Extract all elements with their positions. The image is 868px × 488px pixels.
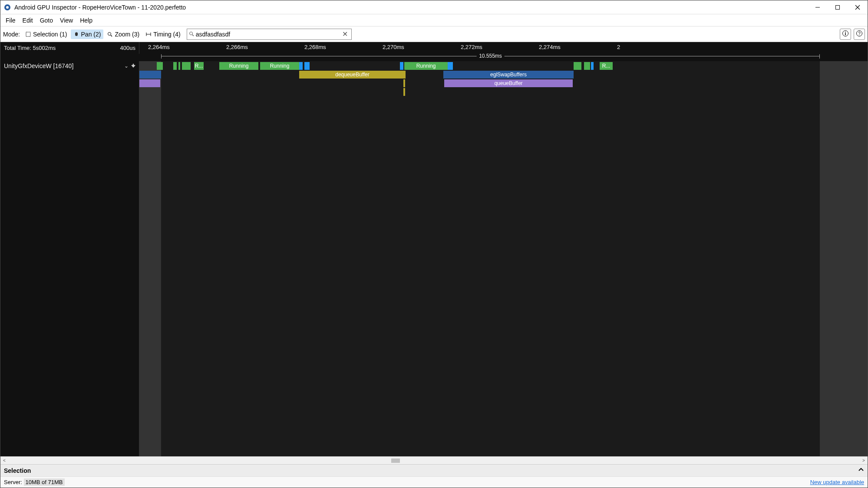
trace-bar-running[interactable] — [574, 62, 581, 70]
statusbar: Server: 10MB of 71MB New update availabl… — [0, 476, 868, 488]
scroll-thumb[interactable] — [391, 459, 400, 463]
trace-bar-running[interactable]: Running — [404, 62, 448, 70]
chevron-up-icon[interactable] — [858, 467, 864, 474]
range-label: 10.555ms — [476, 53, 505, 59]
menu-view[interactable]: View — [56, 15, 76, 26]
trace-bar-running[interactable] — [157, 62, 163, 70]
svg-point-1 — [6, 6, 9, 9]
svg-rect-3 — [836, 5, 840, 9]
titlebar: Android GPU Inspector - RopeHeroViceTown… — [0, 0, 868, 14]
svg-point-12 — [189, 32, 192, 35]
timeline: Total Time: 5s002ms 400us 2,264ms 2,266m… — [0, 42, 868, 456]
menu-goto[interactable]: Goto — [36, 15, 56, 26]
mode-timing-label: Timing (4) — [153, 31, 181, 38]
mode-selection[interactable]: Selection (1) — [23, 29, 70, 39]
toolbar: Mode: Selection (1) Pan (2) Zoom (3) Tim… — [0, 26, 868, 42]
menu-edit[interactable]: Edit — [19, 15, 36, 26]
tick-label: 2,274ms — [539, 44, 561, 50]
trace-bar-running[interactable]: Running — [260, 62, 299, 70]
dim-left — [139, 61, 161, 456]
track-label-row[interactable]: UnityGfxDeviceW [16740] ⌄ — [0, 61, 139, 71]
window-title: Android GPU Inspector - RopeHeroViceTown… — [14, 4, 186, 11]
trace-bar-eglswap[interactable] — [139, 71, 161, 79]
total-time-label: Total Time: 5s002ms — [4, 45, 56, 51]
selection-panel-header[interactable]: Selection — [0, 464, 868, 476]
trace-bar-sleeping[interactable] — [304, 62, 310, 70]
tracks-area[interactable]: R... Running Running Running R... dequeu… — [139, 61, 868, 456]
selection-label: Selection — [4, 467, 31, 474]
maximize-button[interactable] — [828, 0, 848, 14]
update-link[interactable]: New update available — [810, 479, 864, 485]
menubar: File Edit Goto View Help — [0, 14, 868, 26]
mode-label: Mode: — [3, 31, 22, 38]
hand-icon — [73, 31, 79, 37]
trace-bar-dequeue[interactable]: dequeueBuffer — [299, 71, 406, 79]
search-box: ✕ — [187, 29, 352, 40]
search-input[interactable] — [196, 31, 340, 38]
tick-label: 2,268ms — [304, 44, 326, 50]
app-icon — [4, 4, 11, 11]
minimize-button[interactable] — [808, 0, 828, 14]
tick-label: 2,270ms — [383, 44, 404, 50]
trace-bar-running[interactable] — [173, 62, 177, 70]
dim-right — [820, 61, 868, 456]
svg-point-7 — [108, 32, 111, 35]
question-icon: ? — [856, 30, 863, 39]
svg-point-15 — [845, 32, 846, 33]
timeline-body: UnityGfxDeviceW [16740] ⌄ R... — [0, 61, 868, 456]
svg-rect-6 — [26, 32, 30, 36]
scroll-left-icon[interactable]: < — [0, 458, 8, 463]
track-name: UnityGfxDeviceW [16740] — [4, 62, 73, 69]
trace-bar[interactable] — [403, 88, 405, 96]
menu-file[interactable]: File — [2, 15, 19, 26]
trace-bar-queue[interactable] — [139, 79, 160, 87]
info-button[interactable] — [840, 29, 851, 40]
tick-label: 2,266ms — [226, 44, 248, 50]
tick-label: 2,264ms — [148, 44, 170, 50]
close-button[interactable] — [848, 0, 868, 14]
svg-line-13 — [192, 35, 194, 36]
horizontal-scrollbar[interactable]: < > — [0, 456, 868, 464]
tick-label: 2 — [617, 44, 620, 50]
scroll-right-icon[interactable]: > — [860, 458, 868, 463]
info-icon — [842, 30, 849, 39]
selection-icon — [25, 31, 31, 37]
tick-label: 2,272ms — [461, 44, 482, 50]
trace-bar-sleeping[interactable] — [448, 62, 453, 70]
trace-bar-running[interactable]: R... — [600, 62, 613, 70]
trace-bar-eglswap[interactable]: eglSwapBuffers — [443, 71, 574, 79]
pin-icon[interactable] — [131, 63, 135, 69]
search-icon — [189, 30, 194, 38]
trace-bar-running[interactable] — [178, 62, 180, 70]
trace-bar[interactable] — [403, 79, 405, 87]
timing-icon — [145, 31, 152, 37]
trace-bar-running[interactable] — [182, 62, 191, 70]
mode-zoom-label: Zoom (3) — [115, 31, 139, 38]
scale-label: 400us — [120, 45, 135, 51]
range-bar: 10.555ms — [161, 52, 820, 59]
trace-bar-running[interactable]: Running — [219, 62, 258, 70]
mode-pan[interactable]: Pan (2) — [71, 29, 104, 39]
trace-bar-sleeping[interactable] — [299, 62, 303, 70]
mode-pan-label: Pan (2) — [81, 31, 101, 38]
svg-rect-16 — [845, 33, 846, 35]
server-status: Server: 10MB of 71MB — [4, 479, 65, 485]
trace-bar-running[interactable] — [584, 62, 590, 70]
mode-timing[interactable]: Timing (4) — [143, 29, 183, 39]
mode-zoom[interactable]: Zoom (3) — [104, 29, 142, 39]
search-clear-button[interactable]: ✕ — [340, 30, 350, 38]
zoom-icon — [107, 31, 113, 37]
trace-bar-sleeping[interactable] — [591, 62, 594, 70]
timeline-header: Total Time: 5s002ms 400us 2,264ms 2,266m… — [0, 42, 868, 61]
svg-line-8 — [111, 35, 112, 36]
collapse-icon[interactable]: ⌄ — [124, 63, 129, 69]
svg-text:?: ? — [858, 31, 861, 36]
trace-bar-running[interactable]: R... — [194, 62, 204, 70]
trace-bar-queue[interactable]: queueBuffer — [444, 79, 573, 87]
server-memory: 10MB of 71MB — [24, 478, 65, 486]
menu-help[interactable]: Help — [76, 15, 96, 26]
help-button[interactable]: ? — [854, 29, 865, 40]
trace-bar-sleeping[interactable] — [400, 62, 403, 70]
mode-selection-label: Selection (1) — [33, 31, 67, 38]
server-label: Server: — [4, 479, 22, 485]
